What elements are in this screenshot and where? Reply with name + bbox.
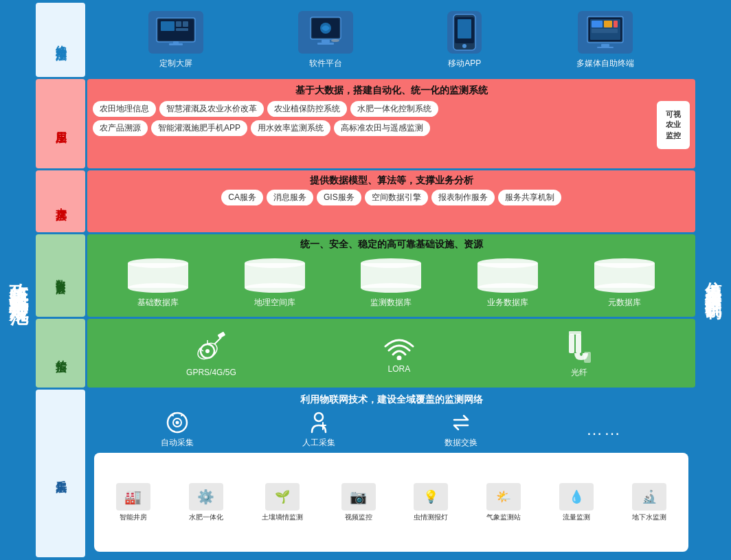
- svg-rect-36: [576, 334, 581, 353]
- device-item-4: 💡 虫情测报灯: [414, 483, 448, 522]
- device-item-1: ⚙️ 水肥一体化: [189, 483, 223, 522]
- svg-rect-12: [317, 43, 334, 45]
- svg-rect-3: [176, 21, 181, 27]
- terminal-label: 终端应用层: [36, 3, 85, 77]
- transmission-row: 传输层 GPRS/4G/5G: [36, 319, 695, 388]
- app-tags-row1: 农田地理信息 智慧灌溉及农业水价改革 农业植保防控系统 水肥一体化控制系统: [93, 101, 651, 117]
- db-label-1: 地理空间库: [254, 297, 295, 309]
- terminal-icon-1: [298, 11, 353, 54]
- app-tag-2: 农业植保防控系统: [267, 101, 347, 117]
- collection-row: 采集层 利用物联网技术，建设全域覆盖的监测网络 自: [36, 390, 695, 557]
- terminal-item-2: 移动APP: [447, 11, 482, 69]
- db-label-4: 元数据库: [608, 297, 641, 309]
- left-label: 政策法规与标准规范: [0, 0, 36, 560]
- svg-rect-24: [592, 29, 618, 33]
- auto-collect-icon: [165, 410, 190, 435]
- app-tag-7: 高标准农田与遥感监测: [334, 120, 430, 136]
- svg-rect-25: [601, 44, 609, 47]
- app-tag-4: 农产品溯源: [93, 120, 148, 136]
- terminal-content: 定制大屏 软件平台: [87, 3, 695, 77]
- support-label: 支撑层: [36, 170, 85, 232]
- terminal-item-0: 定制大屏: [148, 11, 203, 69]
- device-name-1: 水肥一体化: [189, 513, 223, 522]
- data-resource-label: 数据资源层: [36, 234, 85, 317]
- terminal-name-3: 多媒体自助终端: [576, 58, 634, 69]
- app-tag-5: 智能灌溉施肥手机APP: [151, 120, 247, 136]
- db-item-1: 地理空间库: [245, 258, 305, 309]
- svg-rect-16: [458, 19, 471, 38]
- trans-item-0: GPRS/4G/5G: [186, 329, 236, 377]
- app-label: 应用层: [36, 79, 85, 168]
- fiber-icon: [562, 328, 596, 363]
- collect-method-3: ……: [586, 420, 622, 439]
- app-tag-0: 农田地理信息: [93, 101, 156, 117]
- db-item-0: 基础数据库: [128, 258, 188, 309]
- database-icons: 基础数据库 地理空间库: [93, 254, 690, 313]
- support-tags: CA服务 消息服务 GIS服务 空间数据引擎 报表制作服务 服务共享机制: [93, 190, 690, 205]
- svg-rect-35: [569, 334, 574, 353]
- terminal-icon-2: [447, 11, 482, 54]
- svg-rect-5: [176, 28, 188, 31]
- svg-point-34: [396, 356, 401, 361]
- trans-name-0: GPRS/4G/5G: [186, 368, 236, 377]
- device-icon-7: 🔬: [632, 483, 666, 511]
- svg-point-17: [462, 44, 466, 48]
- terminal-item-1: 软件平台: [298, 11, 353, 69]
- svg-rect-26: [597, 47, 614, 48]
- svg-rect-22: [604, 21, 612, 27]
- db-item-3: 业务数据库: [477, 258, 538, 309]
- device-name-4: 虫情测报灯: [414, 513, 448, 522]
- app-badge: 可视 农业 监控: [657, 101, 690, 149]
- support-tag-3: 空间数据引擎: [365, 190, 428, 205]
- data-exchange-icon: [449, 410, 473, 435]
- main-wrapper: 政策法规与标准规范 终端应用层: [0, 0, 731, 560]
- device-name-5: 气象监测站: [486, 513, 521, 522]
- app-row: 应用层 基于大数据，搭建自动化、统一化的监测系统 农田地理信息 智慧灌溉及农业水…: [36, 79, 695, 168]
- support-tag-1: 消息服务: [267, 190, 313, 205]
- terminal-icon-3: [578, 11, 633, 54]
- support-title: 提供数据模型、算法等，支撑业务分析: [93, 175, 690, 187]
- svg-rect-37: [569, 331, 581, 335]
- svg-rect-4: [183, 21, 188, 27]
- support-tag-4: 报表制作服务: [431, 190, 495, 205]
- terminal-name-2: 移动APP: [448, 58, 481, 69]
- device-item-0: 🏭 智能井房: [116, 483, 150, 522]
- app-tag-1: 智慧灌溉及农业水价改革: [159, 101, 264, 117]
- data-resource-content: 统一、安全、稳定的高可靠基础设施、资源 基础数据库: [87, 234, 695, 317]
- db-label-0: 基础数据库: [137, 297, 179, 309]
- collection-content: 利用物联网技术，建设全域覆盖的监测网络 自动采集: [87, 390, 695, 557]
- device-name-3: 视频监控: [345, 513, 372, 522]
- trans-item-2: 光纤: [562, 328, 596, 379]
- terminal-row: 终端应用层: [36, 3, 695, 77]
- collection-devices: 🏭 智能井房 ⚙️ 水肥一体化 🌱 土壤墒情监测 📷: [94, 453, 688, 552]
- app-content: 基于大数据，搭建自动化、统一化的监测系统 农田地理信息 智慧灌溉及农业水价改革 …: [87, 79, 695, 168]
- trans-item-1: LORA: [382, 333, 416, 374]
- app-tags-row2: 农产品溯源 智能灌溉施肥手机APP 用水效率监测系统 高标准农田与遥感监测: [93, 120, 651, 136]
- svg-rect-23: [614, 21, 618, 27]
- collect-method-1: 人工采集: [302, 410, 335, 449]
- db-label-2: 监测数据库: [370, 297, 412, 309]
- device-name-6: 流量监测: [563, 513, 590, 522]
- db-label-3: 业务数据库: [487, 297, 528, 309]
- device-icon-6: 💧: [559, 483, 594, 511]
- app-tag-3: 水肥一体化控制系统: [350, 101, 438, 117]
- svg-rect-7: [173, 41, 179, 44]
- collection-methods: 自动采集 人工采集: [93, 409, 690, 450]
- device-item-5: 🌤️ 气象监测站: [486, 483, 521, 522]
- device-name-0: 智能井房: [120, 513, 147, 522]
- trans-name-2: 光纤: [571, 367, 587, 379]
- svg-rect-21: [592, 21, 603, 27]
- wifi-icon: [382, 333, 416, 360]
- transmission-content: GPRS/4G/5G LORA: [87, 319, 695, 388]
- support-tag-5: 服务共享机制: [498, 190, 561, 205]
- terminal-name-0: 定制大屏: [159, 58, 192, 69]
- support-content: 提供数据模型、算法等，支撑业务分析 CA服务 消息服务 GIS服务 空间数据引擎…: [87, 170, 695, 232]
- manual-collect-icon: [306, 410, 331, 435]
- transmission-label: 传输层: [36, 319, 85, 388]
- device-icon-4: 💡: [414, 483, 448, 511]
- app-tag-6: 用水效率监测系统: [251, 120, 330, 136]
- svg-rect-11: [322, 40, 330, 43]
- main-content: 终端应用层: [36, 0, 695, 560]
- trans-name-1: LORA: [388, 364, 411, 374]
- svg-point-41: [176, 421, 179, 425]
